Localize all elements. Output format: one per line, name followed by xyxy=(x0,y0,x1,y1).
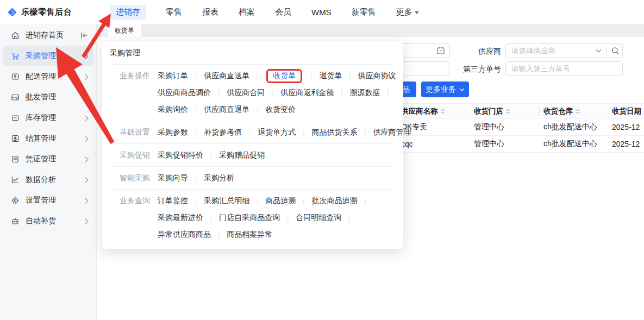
app-logo[interactable]: 乐檬零售后台 xyxy=(8,0,72,24)
supplier-select[interactable] xyxy=(505,43,623,58)
menu-item[interactable]: 供应商协议 xyxy=(358,71,396,81)
menu-item[interactable]: 采购赠品促销 xyxy=(219,150,265,160)
menu-item[interactable]: 商品供货关系 xyxy=(311,128,357,137)
sidebar-item-10[interactable]: 自动补货 xyxy=(0,211,96,231)
sidebar-item-label: 批发管理 xyxy=(26,92,85,102)
item-divider: | xyxy=(195,174,197,182)
nav-item-7[interactable]: 新零售 xyxy=(352,7,376,17)
menu-item[interactable]: 补货参考值 xyxy=(204,128,242,137)
calendar-icon[interactable] xyxy=(436,46,445,55)
menu-row: 采购订单|供应商直送单|收货单|退货单|供应商协议| xyxy=(158,67,412,84)
chevron-right-icon xyxy=(85,198,89,204)
menu-item[interactable]: 商品追溯 xyxy=(265,196,296,206)
chevron-right-icon xyxy=(85,95,89,101)
more-business-button[interactable]: 更多业务 xyxy=(421,81,469,97)
menu-item[interactable]: 溯源数据 xyxy=(349,88,380,98)
chevron-down-icon[interactable] xyxy=(596,49,602,53)
purchase-menu-panel: 采购管理 业务操作采购订单|供应商直送单|收货单|退货单|供应商协议|供应商商品… xyxy=(102,41,403,249)
menu-row: 采购最新进价|门店自采商品查询|合同明细查询| xyxy=(158,209,392,226)
menu-section-label: 业务操作 xyxy=(120,67,158,118)
menu-item[interactable]: 收货变价 xyxy=(265,105,296,115)
nav-item-label: 更多 xyxy=(396,7,412,17)
menu-item[interactable]: 采购询价 xyxy=(158,105,188,115)
menu-item[interactable]: 供应商合同 xyxy=(227,88,265,98)
sidebar-item-1[interactable]: 进销存首页 xyxy=(0,25,96,46)
menu-item[interactable]: 退货单 xyxy=(319,71,342,81)
logo-diamond-icon xyxy=(8,8,17,17)
sidebar-item-4[interactable]: 批发管理 xyxy=(0,87,96,108)
panel-sections: 业务操作采购订单|供应商直送单|收货单|退货单|供应商协议|供应商商品调价|供应… xyxy=(110,65,392,246)
nav-item-3[interactable]: 报表 xyxy=(202,7,218,17)
sort-icon[interactable] xyxy=(506,109,510,114)
menu-item[interactable]: 采购参数 xyxy=(158,128,188,137)
menu-item[interactable]: 采购促销特价 xyxy=(158,150,203,160)
supplier-label: 供应商 xyxy=(460,47,501,57)
item-divider: | xyxy=(257,197,258,205)
top-bar: 乐檬零售后台 进销存零售报表档案会员WMS新零售更多 xyxy=(0,0,644,24)
menu-section-label: 智能采购 xyxy=(120,170,158,186)
sort-icon[interactable] xyxy=(576,109,580,114)
menu-item[interactable]: 采购订单 xyxy=(158,71,188,81)
menu-item[interactable]: 采购汇总明细 xyxy=(204,196,249,206)
nav-item-2[interactable]: 零售 xyxy=(166,7,182,17)
sidebar-item-label: 配送管理 xyxy=(26,72,85,81)
column-header-3[interactable]: 收货仓库 xyxy=(543,104,580,118)
menu-item[interactable]: 供应商直送单 xyxy=(204,71,249,81)
menu-item[interactable]: 订单监控 xyxy=(158,196,188,206)
menu-item[interactable]: 采购向导 xyxy=(158,173,188,183)
sidebar: 进销存首页采购管理配送管理批发管理库存管理结算管理凭证管理数据分析设置管理自动补… xyxy=(0,24,97,320)
nav-item-1[interactable]: 进销存 xyxy=(110,5,146,20)
sidebar-item-6[interactable]: 结算管理 xyxy=(0,128,96,149)
home-icon xyxy=(11,31,20,40)
menu-item[interactable]: 商品档案异常 xyxy=(227,230,272,240)
menu-item[interactable]: 批次商品追溯 xyxy=(311,196,357,206)
nav-item-label: 会员 xyxy=(275,7,291,17)
column-divider xyxy=(609,108,609,116)
sidebar-item-5[interactable]: 库存管理 xyxy=(0,108,96,128)
menu-item[interactable]: 供应商返利金额 xyxy=(280,88,334,98)
sort-icon[interactable] xyxy=(441,109,445,114)
item-divider: | xyxy=(210,152,212,159)
menu-item[interactable]: 采购分析 xyxy=(204,173,234,183)
sidebar-item-9[interactable]: 设置管理 xyxy=(0,190,96,211)
settlement-icon xyxy=(11,134,20,143)
search-icon[interactable] xyxy=(611,46,620,55)
menu-item[interactable]: 供应商商品调价 xyxy=(158,88,211,98)
item-divider: | xyxy=(195,197,197,205)
chevron-right-icon xyxy=(85,136,89,142)
nav-item-8[interactable]: 更多 xyxy=(396,7,419,17)
menu-item[interactable]: 供应商直退单 xyxy=(204,105,249,115)
menu-section-label: 基础设置 xyxy=(120,124,158,141)
menu-section-rows: 采购向导|采购分析 xyxy=(158,170,392,186)
cart-icon xyxy=(11,52,20,60)
menu-section-rows: 采购订单|供应商直送单|收货单|退货单|供应商协议|供应商商品调价|供应商合同|… xyxy=(158,67,412,118)
menu-item[interactable]: 采购最新进价 xyxy=(158,213,203,223)
nav-item-4[interactable]: 档案 xyxy=(239,7,255,17)
chevron-right-icon xyxy=(85,218,89,224)
sidebar-item-7[interactable]: 凭证管理 xyxy=(0,149,96,170)
nav-item-6[interactable]: WMS xyxy=(311,8,332,17)
item-divider: | xyxy=(249,129,251,136)
menu-item[interactable]: 门店自采商品查询 xyxy=(219,213,280,223)
menu-item-highlighted[interactable]: 收货单 xyxy=(266,69,302,83)
menu-item[interactable]: 异常供应商商品 xyxy=(158,230,211,240)
sidebar-item-2[interactable]: 采购管理 xyxy=(3,46,93,66)
collapse-sidebar-icon[interactable] xyxy=(80,31,89,40)
sidebar-item-3[interactable]: 配送管理 xyxy=(0,66,96,87)
menu-section-rows: 采购参数|补货参考值|退货单方式|商品供货关系|供应商管理 xyxy=(158,124,411,141)
nav-item-label: 档案 xyxy=(239,7,255,17)
tab-receipt-order[interactable]: 收货单 xyxy=(108,24,141,37)
column-header-4[interactable]: 收货日期 xyxy=(612,104,641,118)
caret-down-icon xyxy=(415,11,419,14)
column-header-2[interactable]: 收货门店 xyxy=(474,104,510,118)
thirdparty-input[interactable] xyxy=(505,61,623,76)
menu-item[interactable]: 合同明细查询 xyxy=(296,213,341,223)
sidebar-item-label: 凭证管理 xyxy=(26,154,85,164)
item-divider: | xyxy=(218,231,220,239)
menu-item[interactable]: 退货单方式 xyxy=(258,128,296,137)
menu-item[interactable]: 供应商管理 xyxy=(373,128,411,137)
sidebar-item-8[interactable]: 数据分析 xyxy=(0,170,96,190)
menu-section-2: 基础设置采购参数|补货参考值|退货单方式|商品供货关系|供应商管理 xyxy=(110,121,392,143)
menu-row: 订单监控|采购汇总明细|商品追溯|批次商品追溯| xyxy=(158,192,392,209)
nav-item-5[interactable]: 会员 xyxy=(275,7,291,17)
